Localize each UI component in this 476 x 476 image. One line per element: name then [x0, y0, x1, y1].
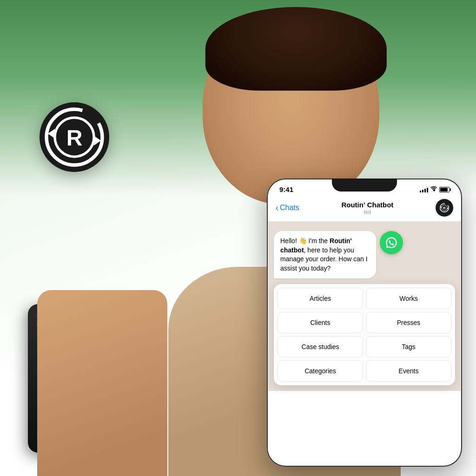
whatsapp-icon — [380, 231, 403, 254]
person-hair — [205, 7, 387, 91]
chat-area: Hello! 👋 I'm the Routin' chatbot, here t… — [268, 222, 461, 391]
brand-logo: R — [40, 102, 109, 172]
chat-bubble: Hello! 👋 I'm the Routin' chatbot, here t… — [274, 231, 376, 278]
person-hand — [37, 290, 167, 476]
svg-text:R: R — [66, 126, 83, 150]
background-scene: R 9:41 — [0, 0, 476, 476]
signal-bar-3 — [424, 189, 426, 192]
menu-item-categories[interactable]: Categories — [278, 360, 363, 382]
signal-bar-2 — [422, 190, 423, 192]
menu-item-presses[interactable]: Presses — [366, 312, 451, 333]
phone-main: 9:41 — [267, 178, 462, 467]
menu-item-case-studies[interactable]: Case studies — [278, 336, 363, 357]
nav-bar: ‹ Chats Routin' Chatbot bot R — [268, 195, 461, 222]
signal-bars — [420, 187, 428, 192]
menu-grid: Articles Works Clients Presses Case stud… — [278, 288, 451, 382]
chat-message-row: Hello! 👋 I'm the Routin' chatbot, here t… — [274, 231, 455, 278]
back-label[interactable]: Chats — [280, 204, 299, 212]
chat-text: Hello! 👋 I'm the Routin' chatbot, here t… — [280, 237, 368, 272]
chevron-left-icon: ‹ — [276, 203, 278, 213]
bold-chatbot-name: Routin' chatbot — [280, 237, 352, 254]
phone-screen: 9:41 — [268, 180, 461, 465]
wifi-icon — [430, 186, 437, 193]
menu-grid-container: Articles Works Clients Presses Case stud… — [274, 284, 455, 385]
phone-notch — [332, 178, 397, 192]
status-time: 9:41 — [279, 185, 293, 193]
menu-item-events[interactable]: Events — [366, 360, 451, 382]
nav-logo-icon: R — [439, 203, 450, 213]
menu-item-articles[interactable]: Articles — [278, 288, 363, 309]
nav-logo: R — [436, 199, 453, 217]
nav-title: Routin' Chatbot — [303, 201, 432, 209]
svg-text:R: R — [443, 206, 446, 210]
nav-center: Routin' Chatbot bot — [303, 201, 432, 215]
menu-item-tags[interactable]: Tags — [366, 336, 451, 357]
logo-icon: R — [40, 102, 109, 172]
battery-fill — [440, 188, 448, 192]
back-button[interactable]: ‹ Chats — [276, 203, 299, 213]
whatsapp-svg — [385, 236, 398, 249]
menu-item-works[interactable]: Works — [366, 288, 451, 309]
signal-bar-4 — [427, 188, 428, 192]
battery-icon — [439, 187, 450, 192]
signal-bar-1 — [420, 191, 421, 192]
nav-subtitle: bot — [303, 209, 432, 215]
menu-item-clients[interactable]: Clients — [278, 312, 363, 333]
status-icons — [420, 186, 450, 193]
